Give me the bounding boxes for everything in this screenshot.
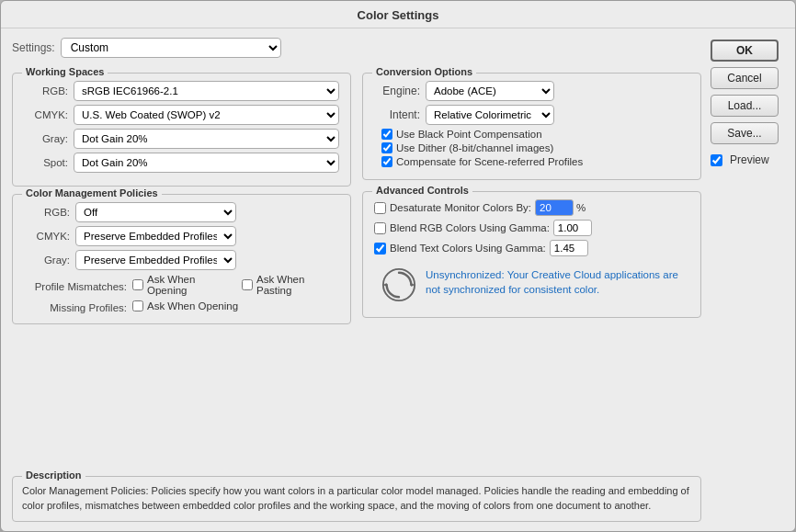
scene-referred-text: Compensate for Scene-referred Profiles <box>396 156 583 167</box>
rgb-row: RGB: sRGB IEC61966-2.1 <box>24 81 339 101</box>
gray-label: Gray: <box>24 133 68 144</box>
engine-select[interactable]: Adobe (ACE) <box>426 81 554 101</box>
description-section: Description Color Management Policies: P… <box>12 476 701 522</box>
ask-when-pasting-checkbox[interactable] <box>242 279 253 290</box>
conversion-options-label: Conversion Options <box>372 66 476 77</box>
missing-profiles-label: Missing Profiles: <box>24 302 127 313</box>
cmyk-row: CMYK: U.S. Web Coated (SWOP) v2 <box>24 105 339 125</box>
engine-label: Engine: <box>374 85 420 97</box>
spot-select[interactable]: Dot Gain 20% <box>74 153 339 173</box>
settings-label: Settings: <box>12 41 55 54</box>
blend-rgb-row: Blend RGB Colors Using Gamma: <box>374 220 689 236</box>
cmyk-select[interactable]: U.S. Web Coated (SWOP) v2 <box>74 105 339 125</box>
spot-label: Spot: <box>24 157 68 168</box>
policy-cmyk-label: CMYK: <box>24 231 70 242</box>
policy-gray-label: Gray: <box>24 255 70 266</box>
blend-rgb-input[interactable] <box>553 220 592 236</box>
blend-text-checkbox[interactable] <box>374 243 386 255</box>
spot-row: Spot: Dot Gain 20% <box>24 153 339 173</box>
intent-label: Intent: <box>374 108 420 121</box>
desaturate-row: Desaturate Monitor Colors By: % <box>374 199 689 216</box>
desaturate-input[interactable] <box>535 199 574 216</box>
black-point-label[interactable]: Use Black Point Compensation <box>381 129 689 140</box>
preview-label: Preview <box>730 153 769 166</box>
engine-row: Engine: Adobe (ACE) <box>374 81 689 101</box>
policy-cmyk-select[interactable]: Preserve Embedded Profiles <box>75 226 236 246</box>
ask-when-pasting-label[interactable]: Ask When Pasting <box>242 274 339 296</box>
ok-button[interactable]: OK <box>711 40 779 62</box>
missing-profiles-row: Missing Profiles: Ask When Opening <box>24 300 339 314</box>
preview-checkbox[interactable] <box>711 154 722 166</box>
color-settings-dialog: Color Settings Settings: Custom Working … <box>0 0 796 532</box>
black-point-text: Use Black Point Compensation <box>396 129 542 140</box>
desaturate-label: Desaturate Monitor Colors By: <box>390 202 531 213</box>
ask-when-opening-2-text: Ask When Opening <box>147 300 238 311</box>
blend-rgb-checkbox[interactable] <box>374 222 386 234</box>
advanced-controls-section: Advanced Controls Desaturate Monitor Col… <box>362 191 701 318</box>
policy-rgb-select[interactable]: Off <box>75 202 236 222</box>
rgb-label: RGB: <box>24 85 68 96</box>
gray-row: Gray: Dot Gain 20% <box>24 129 339 149</box>
working-spaces-section: Working Spaces RGB: sRGB IEC61966-2.1 CM… <box>12 73 351 187</box>
conversion-options-section: Conversion Options Engine: Adobe (ACE) I… <box>362 73 701 180</box>
dither-text: Use Dither (8-bit/channel images) <box>396 142 553 153</box>
rgb-select[interactable]: sRGB IEC61966-2.1 <box>74 81 339 101</box>
color-management-section: Color Management Policies RGB: Off CMYK:… <box>12 194 351 324</box>
settings-select[interactable]: Custom <box>61 38 281 58</box>
policy-cmyk-row: CMYK: Preserve Embedded Profiles <box>24 226 339 246</box>
policy-rgb-label: RGB: <box>24 207 70 218</box>
intent-row: Intent: Relative Colorimetric <box>374 105 689 125</box>
policy-gray-row: Gray: Preserve Embedded Profiles <box>24 250 339 270</box>
cmyk-label: CMYK: <box>24 109 68 120</box>
advanced-controls-label: Advanced Controls <box>372 185 472 196</box>
cancel-button[interactable]: Cancel <box>711 67 779 89</box>
ask-when-pasting-text: Ask When Pasting <box>256 274 339 296</box>
ask-when-opening-2-checkbox[interactable] <box>132 300 143 311</box>
profile-mismatches-row: Profile Mismatches: Ask When Opening Ask… <box>24 274 339 299</box>
scene-referred-label[interactable]: Compensate for Scene-referred Profiles <box>381 156 689 167</box>
svg-point-0 <box>383 269 415 300</box>
sync-text: Unsynchronized: Your Creative Cloud appl… <box>426 267 682 297</box>
ask-when-opening-1-checkbox[interactable] <box>132 279 143 290</box>
desaturate-unit: % <box>576 202 586 213</box>
color-management-label: Color Management Policies <box>22 187 162 198</box>
working-spaces-label: Working Spaces <box>22 66 108 77</box>
profile-mismatches-label: Profile Mismatches: <box>24 281 127 292</box>
ask-when-opening-1-label[interactable]: Ask When Opening <box>132 274 234 296</box>
sync-icon <box>381 267 416 302</box>
black-point-checkbox[interactable] <box>381 129 392 140</box>
ask-when-opening-2-label[interactable]: Ask When Opening <box>132 300 238 311</box>
blend-text-input[interactable] <box>550 240 588 256</box>
save-button[interactable]: Save... <box>711 122 779 144</box>
dither-label[interactable]: Use Dither (8-bit/channel images) <box>381 142 689 153</box>
ask-when-opening-1-text: Ask When Opening <box>147 274 234 296</box>
load-button[interactable]: Load... <box>711 95 779 117</box>
blend-text-row: Blend Text Colors Using Gamma: <box>374 240 689 256</box>
dialog-title: Color Settings <box>1 1 795 28</box>
intent-select[interactable]: Relative Colorimetric <box>426 105 554 125</box>
sync-area: Unsynchronized: Your Creative Cloud appl… <box>374 262 689 308</box>
description-text: Color Management Policies: Policies spec… <box>22 484 691 514</box>
policy-rgb-row: RGB: Off <box>24 202 339 222</box>
gray-select[interactable]: Dot Gain 20% <box>74 129 339 149</box>
desaturate-checkbox[interactable] <box>374 202 386 214</box>
description-label: Description <box>22 470 85 481</box>
scene-referred-checkbox[interactable] <box>381 156 392 167</box>
preview-row: Preview <box>711 153 784 166</box>
blend-text-label: Blend Text Colors Using Gamma: <box>390 243 546 254</box>
blend-rgb-label: Blend RGB Colors Using Gamma: <box>390 222 550 233</box>
dither-checkbox[interactable] <box>381 142 392 153</box>
policy-gray-select[interactable]: Preserve Embedded Profiles <box>75 250 236 270</box>
